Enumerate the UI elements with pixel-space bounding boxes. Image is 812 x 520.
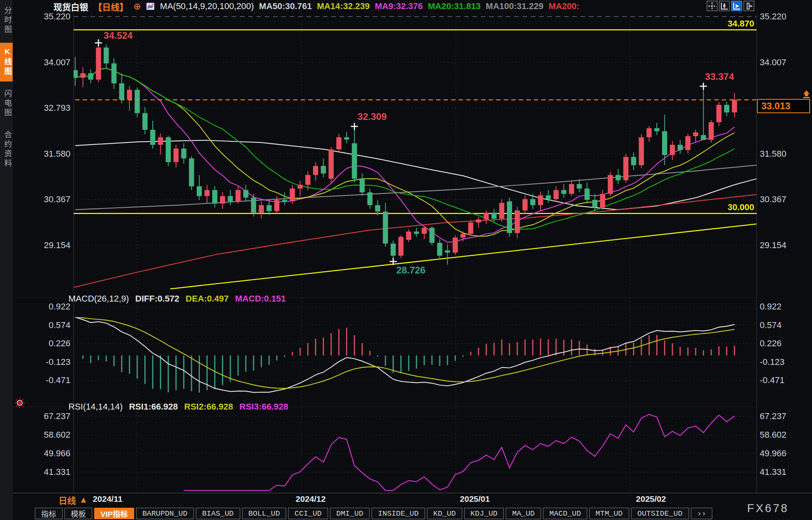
ma14-value: MA14:32.239 <box>317 1 370 11</box>
sidebar-item-contract-info[interactable]: 合约资料 <box>0 126 13 173</box>
macd-title: MACD(26,12,9) <box>68 294 129 304</box>
rsi-title: RSI(14,14,14) <box>68 402 123 412</box>
macd-header: MACD(26,12,9) DIFF:0.572 DEA:0.497 MACD:… <box>68 294 286 304</box>
tab-模板[interactable]: 模板 <box>65 508 92 519</box>
rsi1-value: RSI1:66.928 <box>129 402 178 412</box>
ma200-value: MA200: <box>548 1 579 11</box>
chart-header: 现货白银 【日线】 ⊕ MA(50,14,9,20,100,200) MA50:… <box>53 1 579 11</box>
scale-cursor-icon[interactable] <box>731 1 742 11</box>
date-label: 2024/11 <box>93 494 123 504</box>
tab-KDJ_UD[interactable]: KDJ_UD <box>464 508 504 519</box>
tab-MTM_UD[interactable]: MTM_UD <box>589 508 629 519</box>
pan-crosshair-icon[interactable] <box>707 1 717 11</box>
current-price-box: 33.013 <box>757 99 810 113</box>
ma50-value: MA50:30.761 <box>259 1 312 11</box>
tab-VIP指标[interactable]: VIP指标 <box>94 508 134 519</box>
tab-BARUPDN_UD[interactable]: BARUPDN_UD <box>136 508 194 519</box>
rsi3-value: RSI3:66.928 <box>239 402 288 412</box>
chart-toolbar <box>707 1 754 11</box>
macd-dea-value: DEA:0.497 <box>186 294 229 304</box>
tab-DMI_UD[interactable]: DMI_UD <box>330 508 370 519</box>
sidebar-item-lightning-chart[interactable]: 闪电图 <box>0 85 13 123</box>
svg-text:29.154: 29.154 <box>760 240 786 250</box>
svg-text:49.966: 49.966 <box>760 448 786 458</box>
tab-MACD_UD[interactable]: MACD_UD <box>543 508 587 519</box>
svg-text:58.602: 58.602 <box>44 430 70 440</box>
scale-lastbar-icon[interactable] <box>744 1 754 11</box>
add-compare-icon[interactable]: ⊕ <box>133 1 141 12</box>
macd-diff-value: DIFF:0.572 <box>135 294 179 304</box>
svg-text:-0.471: -0.471 <box>760 375 784 385</box>
trading-app-window: 34.87030.00034.52432.30928.72633.37435.2… <box>0 0 812 520</box>
tab-MA_UD[interactable]: MA_UD <box>506 508 541 519</box>
svg-text:0.574: 0.574 <box>49 320 70 330</box>
alert-sun-icon[interactable] <box>14 397 25 410</box>
svg-text:35.220: 35.220 <box>760 11 786 21</box>
svg-text:0.226: 0.226 <box>760 338 782 348</box>
ma100-value: MA100:31.229 <box>486 1 544 11</box>
timeframe-arrow-icon: ▲ <box>79 495 88 505</box>
date-label: 2025/02 <box>636 494 666 504</box>
svg-text:-0.123: -0.123 <box>760 357 784 367</box>
sidebar: 分时图 K线图 闪电图 合约资料 <box>0 0 13 520</box>
price-up-arrow-icon <box>802 90 811 101</box>
indicator-tab-bar: 指标模板VIP指标BARUPDN_UDBIAS_UDBOLL_UDCCI_UDD… <box>35 508 712 519</box>
tab-BOLL_UD[interactable]: BOLL_UD <box>242 508 286 519</box>
svg-text:0.922: 0.922 <box>49 302 70 311</box>
svg-text:32.309: 32.309 <box>358 111 387 122</box>
tab-指标[interactable]: 指标 <box>35 508 63 519</box>
timeframe-label: 日线 <box>59 493 76 506</box>
svg-text:-0.123: -0.123 <box>46 357 70 367</box>
fx678-watermark: FX678 <box>747 502 789 515</box>
date-label: 2025/01 <box>460 494 490 504</box>
svg-text:67.237: 67.237 <box>760 411 786 421</box>
svg-text:41.331: 41.331 <box>760 467 786 477</box>
timeframe-selector[interactable]: 日线 ▲ <box>59 493 88 506</box>
tab-CCI_UD[interactable]: CCI_UD <box>288 508 328 519</box>
svg-text:34.870: 34.870 <box>728 19 754 28</box>
indicator-mini-icon[interactable] <box>146 2 155 11</box>
macd-hist-value: MACD:0.151 <box>235 294 286 304</box>
tab-KD_UD[interactable]: KD_UD <box>427 508 462 519</box>
svg-text:29.154: 29.154 <box>44 240 70 250</box>
symbol-title: 现货白银 <box>53 0 88 13</box>
svg-text:34.007: 34.007 <box>760 57 786 67</box>
svg-text:33.374: 33.374 <box>705 71 734 82</box>
svg-text:35.220: 35.220 <box>44 11 70 21</box>
svg-text:41.331: 41.331 <box>44 467 70 477</box>
svg-text:49.966: 49.966 <box>44 448 70 458</box>
ma-params-label: MA(50,14,9,20,100,200) <box>160 1 254 11</box>
timeframe-tag[interactable]: 【日线】 <box>93 0 128 13</box>
tab-OUTSIDE_UD[interactable]: OUTSIDE_UD <box>631 508 689 519</box>
svg-text:0.574: 0.574 <box>760 320 782 330</box>
svg-text:34.007: 34.007 <box>44 57 70 67</box>
tab-››[interactable]: ›› <box>691 508 713 519</box>
svg-text:34.524: 34.524 <box>104 30 133 41</box>
tab-BIAS_UD[interactable]: BIAS_UD <box>196 508 240 519</box>
svg-text:32.793: 32.793 <box>44 103 70 113</box>
svg-text:30.367: 30.367 <box>760 194 786 204</box>
date-label: 2024/12 <box>296 494 326 504</box>
scale-candle-icon[interactable] <box>719 1 730 11</box>
tab-INSIDE_UD[interactable]: INSIDE_UD <box>372 508 425 519</box>
rsi2-value: RSI2:66.928 <box>184 402 233 412</box>
current-price-value: 33.013 <box>758 101 790 112</box>
svg-text:58.602: 58.602 <box>760 430 786 440</box>
svg-text:31.580: 31.580 <box>760 149 786 159</box>
sidebar-item-time-chart[interactable]: 分时图 <box>0 2 13 40</box>
rsi-header: RSI(14,14,14) RSI1:66.928 RSI2:66.928 RS… <box>68 402 288 412</box>
ma9-value: MA9:32.376 <box>375 1 423 11</box>
chart-canvas[interactable]: 34.87030.00034.52432.30928.72633.37435.2… <box>0 0 812 520</box>
svg-text:28.726: 28.726 <box>397 265 425 275</box>
svg-text:-0.471: -0.471 <box>46 375 70 385</box>
svg-text:67.237: 67.237 <box>44 411 70 421</box>
svg-text:30.367: 30.367 <box>44 194 70 204</box>
svg-text:30.000: 30.000 <box>728 202 754 212</box>
ma20-value: MA20:31.813 <box>428 1 480 11</box>
svg-text:0.226: 0.226 <box>49 338 70 348</box>
svg-text:31.580: 31.580 <box>44 149 70 159</box>
svg-text:0.922: 0.922 <box>760 302 782 311</box>
sidebar-item-candle-chart[interactable]: K线图 <box>0 43 13 82</box>
